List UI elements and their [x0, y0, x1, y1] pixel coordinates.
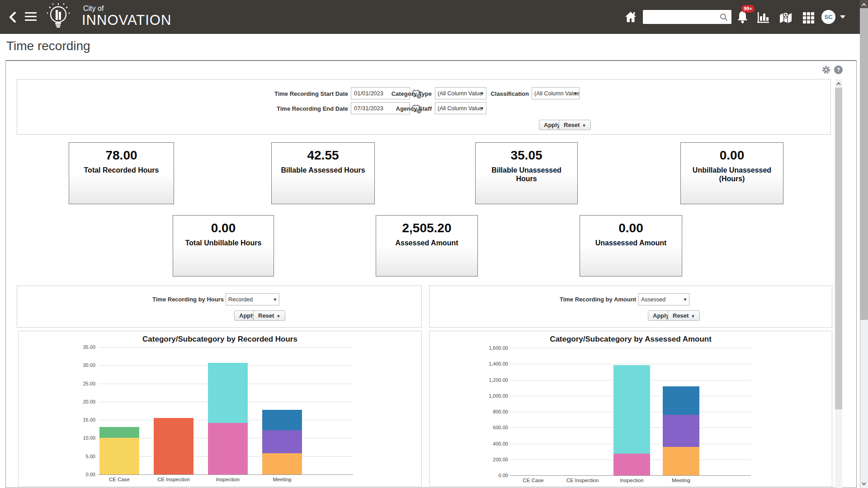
home-icon[interactable] [624, 10, 637, 23]
city-logo-lightbulb-icon [43, 2, 73, 32]
gear-icon[interactable] [821, 65, 831, 75]
tile-value: 0.00 [173, 221, 274, 235]
y-tick-label: 200.00 [476, 457, 508, 462]
gridline [510, 348, 751, 348]
bar-segment[interactable] [663, 386, 699, 415]
notification-badge[interactable]: 99+ [741, 5, 755, 13]
panel-scroll-up-icon[interactable] [835, 79, 842, 87]
recorded-hours-chart: Category/Subcategory by Recorded Hours 3… [18, 331, 422, 487]
category-type-label: Category Type [371, 90, 432, 97]
page-scroll-down-icon[interactable] [860, 479, 868, 488]
x-category-label: CE Case [92, 477, 146, 482]
panel-scrollbar-thumb[interactable] [835, 88, 842, 409]
x-axis-line [98, 474, 353, 475]
brand-top-text: City of [83, 5, 104, 13]
amount-select[interactable]: Assessed ▼ [638, 293, 689, 305]
map-icon[interactable] [778, 11, 793, 24]
tile-value: 42.55 [272, 148, 374, 163]
tile-value: 2,505.20 [376, 221, 477, 235]
tile-label: Assessed Amount [376, 239, 477, 247]
search-input[interactable] [643, 10, 731, 24]
filter-reset-button[interactable]: Reset▼ [559, 120, 591, 130]
hours-reset-button[interactable]: Reset▼ [253, 310, 285, 321]
help-icon[interactable]: ? [834, 66, 843, 74]
chevron-down-icon: ▼ [273, 297, 277, 302]
tile-total-recorded-hours: 78.00 Total Recorded Hours [69, 142, 174, 204]
bar-segment[interactable] [208, 363, 248, 423]
end-date-label: Time Recording End Date [212, 105, 348, 112]
bar-segment[interactable] [99, 427, 139, 438]
tile-value: 0.00 [580, 221, 682, 235]
tile-unassessed-amount: 0.00 Unassessed Amount [580, 215, 682, 277]
tile-label: Unassessed Amount [580, 239, 682, 247]
agency-staff-value: (All Column Value [438, 105, 482, 112]
chart-title: Category/Subcategory by Recorded Hours [19, 335, 421, 344]
chevron-down-icon: ▼ [573, 91, 577, 96]
page-scroll-up-icon[interactable] [860, 0, 868, 8]
x-category-label: Inspection [607, 478, 656, 483]
x-category-label: Meeting [255, 477, 309, 482]
classification-select[interactable]: (All Column Value ▼ [532, 87, 580, 99]
x-category-label: CE Case [509, 478, 558, 483]
bar-segment[interactable] [208, 423, 248, 474]
hours-select[interactable]: Recorded ▼ [226, 293, 279, 305]
avatar[interactable]: SC [821, 10, 835, 24]
bar-segment[interactable] [663, 447, 699, 475]
page-scrollbar-thumb[interactable] [860, 8, 868, 320]
assessed-amount-chart: Category/Subcategory by Assessed Amount … [429, 331, 832, 487]
bar-segment[interactable] [262, 410, 302, 430]
bar-segment[interactable] [663, 415, 699, 447]
y-tick-label: 800.00 [476, 409, 508, 414]
bar-segment[interactable] [613, 365, 650, 454]
chevron-down-icon: ▼ [683, 297, 687, 302]
tile-billable-unassessed-hours: 35.05 Billable Unassessed Hours [475, 142, 578, 204]
analytics-bar-chart-icon[interactable] [756, 11, 770, 24]
tile-label: Billable Unassessed Hours [476, 166, 577, 183]
classification-label: Classification [479, 90, 529, 97]
y-tick-label: 600.00 [476, 425, 508, 430]
tile-assessed-amount: 2,505.20 Assessed Amount [376, 215, 478, 277]
amount-control-label: Time Recording by Amount [546, 296, 636, 303]
back-icon[interactable] [7, 11, 18, 23]
bar-segment[interactable] [613, 454, 650, 475]
gridline [510, 364, 751, 364]
avatar-caret-down-icon[interactable] [840, 15, 845, 19]
y-tick-label: 1,000.00 [476, 393, 508, 399]
bar-segment[interactable] [154, 418, 193, 474]
amount-select-value: Assessed [641, 296, 665, 303]
x-category-label: CE Inspection [146, 477, 201, 482]
x-category-label: Meeting [656, 478, 706, 483]
amount-control-box [429, 286, 832, 328]
y-tick-label: 400.00 [476, 441, 508, 446]
apps-grid-icon[interactable] [803, 12, 814, 23]
hours-select-value: Recorded [228, 296, 253, 303]
search-icon[interactable] [720, 13, 728, 21]
y-tick-label: 1,200.00 [476, 377, 508, 383]
y-tick-label: 20.00 [64, 399, 95, 404]
y-tick-label: 15.00 [64, 417, 95, 422]
y-tick-label: 30.00 [64, 362, 95, 368]
hamburger-menu-icon[interactable] [25, 12, 37, 22]
agency-staff-label: Agency Staff [371, 105, 432, 112]
bar-segment[interactable] [262, 430, 302, 454]
amount-reset-button[interactable]: Reset▼ [668, 310, 700, 321]
x-category-label: CE Inspection [558, 478, 607, 483]
tile-billable-assessed-hours: 42.55 Billable Assessed Hours [271, 142, 375, 204]
y-tick-label: 1,600.00 [476, 345, 508, 351]
tile-label: Unbillable Unassessed (Hours) [681, 166, 783, 183]
hours-control-label: Time Recording by Hours [133, 296, 224, 303]
chart-title: Category/Subcategory by Assessed Amount [429, 335, 832, 344]
classification-value: (All Column Value [534, 90, 579, 97]
tile-value: 78.00 [69, 148, 174, 163]
tile-label: Total Recorded Hours [69, 166, 174, 174]
bar-segment[interactable] [262, 453, 302, 474]
y-tick-label: 25.00 [64, 381, 95, 386]
tile-value: 0.00 [681, 148, 783, 163]
bar-segment[interactable] [99, 438, 139, 474]
category-type-select[interactable]: (All Column Value ▼ [435, 87, 486, 99]
agency-staff-select[interactable]: (All Column Value ▼ [435, 102, 486, 114]
page-title: Time recording [6, 39, 90, 53]
y-tick-label: 10.00 [64, 435, 95, 441]
x-axis-line [510, 475, 751, 476]
tile-label: Billable Assessed Hours [272, 166, 374, 174]
